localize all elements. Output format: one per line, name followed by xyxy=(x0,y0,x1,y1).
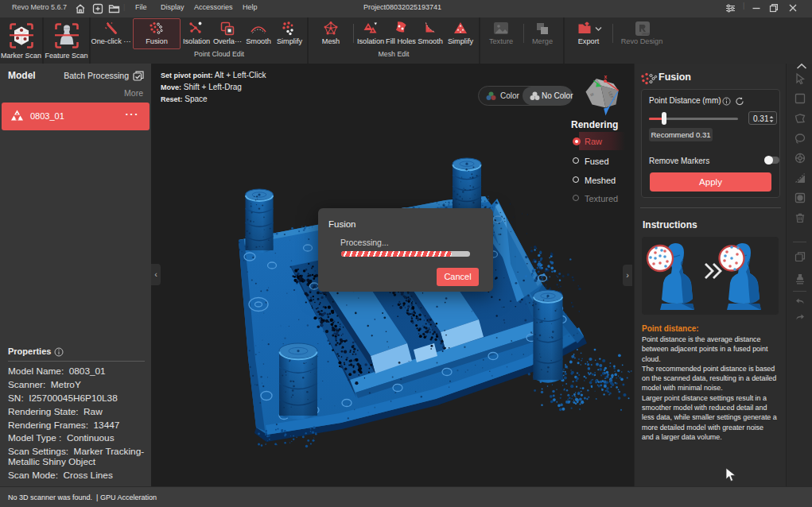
svg-text:DESIGN: DESIGN xyxy=(642,33,650,36)
svg-text:x: x xyxy=(604,74,608,79)
